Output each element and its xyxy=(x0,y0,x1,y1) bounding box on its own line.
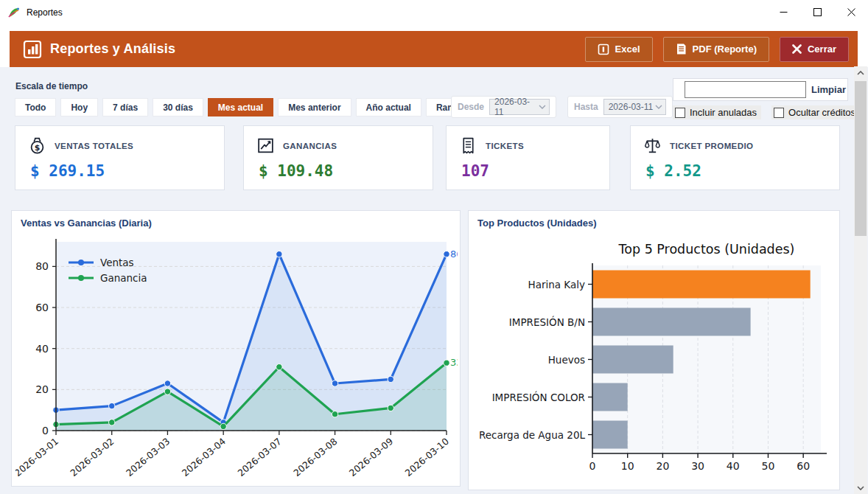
svg-text:2026-03-02: 2026-03-02 xyxy=(68,436,116,479)
filter-button-hoy[interactable]: Hoy xyxy=(60,98,98,116)
kpi-value: $ 2.52 xyxy=(631,156,839,180)
top-productos-card: Top Productos (Unidades) Top 5 Productos… xyxy=(468,210,840,490)
svg-text:Harina Kaly: Harina Kaly xyxy=(528,279,585,291)
bar-chart-icon xyxy=(23,40,42,59)
window-title: Reportes xyxy=(27,7,63,18)
excel-button[interactable]: Excel xyxy=(585,37,653,62)
ocultar-creditos-option[interactable]: Ocultar créditos xyxy=(771,105,860,119)
pdf-document-icon xyxy=(676,43,687,55)
page-header: Reportes y Análisis Excel PDF (Reporte) … xyxy=(10,31,858,67)
svg-text:2026-03-04: 2026-03-04 xyxy=(180,436,228,479)
svg-text:2026-03-03: 2026-03-03 xyxy=(124,436,172,479)
kpi-value: $ 109.48 xyxy=(244,156,433,180)
svg-text:40: 40 xyxy=(35,343,49,355)
svg-text:86: 86 xyxy=(450,248,458,260)
cerrar-button-label: Cerrar xyxy=(808,44,836,55)
kpi-label: TICKETS xyxy=(486,142,524,150)
top-productos-bar-chart: Top 5 Productos (Unidades)0102030405060H… xyxy=(475,236,835,487)
search-input[interactable] xyxy=(685,81,806,98)
ocultar-creditos-label: Ocultar créditos xyxy=(788,107,855,118)
profit-chart-icon xyxy=(256,136,276,156)
chevron-up-icon xyxy=(857,71,864,75)
ventas-ganancias-line-chart: 0204060802026-03-012026-03-022026-03-032… xyxy=(15,237,458,484)
close-window-button[interactable] xyxy=(834,0,868,24)
svg-text:2026-03-09: 2026-03-09 xyxy=(347,436,395,479)
hasta-date-value: 2026-03-11 xyxy=(609,102,654,112)
line-chart-card-title: Ventas vs Ganancias (Diaria) xyxy=(12,211,460,229)
kpi-card-ganancias: GANANCIAS $ 109.48 xyxy=(243,125,433,190)
scrollbar-down-button[interactable] xyxy=(854,481,867,494)
vertical-scrollbar[interactable] xyxy=(854,66,867,494)
scrollbar-thumb[interactable] xyxy=(855,81,867,236)
excel-icon xyxy=(598,44,609,55)
svg-text:IMPRESIÓN B/N: IMPRESIÓN B/N xyxy=(509,316,585,328)
app-logo-icon xyxy=(7,6,21,19)
svg-text:0: 0 xyxy=(589,460,596,472)
options-checkboxes: Incluir anuladas Ocultar créditos xyxy=(673,105,860,119)
kpi-card-ticket-promedio: TICKET PROMEDIO $ 2.52 xyxy=(630,125,840,190)
svg-text:2026-03-10: 2026-03-10 xyxy=(403,436,451,479)
svg-text:20: 20 xyxy=(35,383,49,395)
svg-text:60: 60 xyxy=(35,302,49,313)
svg-text:Huevos: Huevos xyxy=(548,354,585,366)
filter-button-mes-actual[interactable]: Mes actual xyxy=(208,98,273,116)
chevron-down-icon xyxy=(539,105,546,109)
svg-text:10: 10 xyxy=(621,460,634,472)
maximize-icon xyxy=(813,8,822,16)
scrollbar-up-button[interactable] xyxy=(854,66,867,79)
svg-text:40: 40 xyxy=(727,460,740,472)
minimize-button[interactable] xyxy=(766,0,800,24)
close-x-icon xyxy=(792,44,802,54)
svg-text:Ventas: Ventas xyxy=(100,257,134,268)
filter-button-30-dias[interactable]: 30 días xyxy=(153,98,203,116)
incluir-anuladas-checkbox[interactable] xyxy=(675,108,685,118)
kpi-card-tickets: TICKETS 107 xyxy=(446,125,610,190)
desde-date-group: Desde 2026-03-11 xyxy=(451,96,556,118)
window-controls xyxy=(766,0,868,24)
ocultar-creditos-checkbox[interactable] xyxy=(774,108,784,118)
filter-button-7-dias[interactable]: 7 días xyxy=(102,98,148,116)
filter-button-todo[interactable]: Todo xyxy=(15,98,56,116)
svg-text:Top 5 Productos (Unidades): Top 5 Productos (Unidades) xyxy=(618,242,795,257)
close-icon xyxy=(847,8,855,16)
chevron-down-icon xyxy=(857,486,864,490)
filter-button-mes-anterior[interactable]: Mes anterior xyxy=(278,98,351,116)
svg-text:IMPRESIÓN COLOR: IMPRESIÓN COLOR xyxy=(492,391,585,403)
ventas-vs-ganancias-card: Ventas vs Ganancias (Diaria) 02040608020… xyxy=(11,210,461,487)
minimize-icon xyxy=(780,8,788,16)
desde-date-select[interactable]: 2026-03-11 xyxy=(489,99,550,115)
money-bag-icon: $ xyxy=(27,136,47,156)
svg-text:30: 30 xyxy=(691,460,704,472)
incluir-anuladas-label: Incluir anuladas xyxy=(690,107,757,118)
balance-scale-icon xyxy=(643,136,662,156)
limpiar-button[interactable]: Limpiar xyxy=(811,84,846,95)
svg-text:2026-03-07: 2026-03-07 xyxy=(235,436,283,479)
cerrar-button[interactable]: Cerrar xyxy=(780,37,849,62)
chevron-down-icon xyxy=(655,105,662,109)
maximize-button[interactable] xyxy=(800,0,834,24)
pdf-button-label: PDF (Reporte) xyxy=(693,44,757,55)
search-panel: Limpiar xyxy=(673,78,848,101)
hasta-date-select[interactable]: 2026-03-11 xyxy=(603,99,666,115)
filter-button-ano-actual[interactable]: Año actual xyxy=(356,98,421,116)
hasta-date-group: Hasta 2026-03-11 xyxy=(567,96,673,118)
svg-text:$: $ xyxy=(35,143,41,153)
pdf-report-button[interactable]: PDF (Reporte) xyxy=(663,37,769,62)
timescale-section-label: Escala de tiempo xyxy=(15,81,88,91)
incluir-anuladas-option[interactable]: Incluir anuladas xyxy=(673,105,761,119)
desde-date-value: 2026-03-11 xyxy=(494,97,539,117)
svg-text:60: 60 xyxy=(797,460,810,472)
kpi-value: 107 xyxy=(447,156,609,180)
kpi-label: GANANCIAS xyxy=(283,142,337,150)
hasta-label: Hasta xyxy=(574,102,598,112)
page-title: Reportes y Análisis xyxy=(50,41,175,57)
svg-text:Recarga de Agua 20L: Recarga de Agua 20L xyxy=(479,429,585,441)
excel-button-label: Excel xyxy=(615,44,640,55)
kpi-card-ventas-totales: $ VENTAS TOTALES $ 269.15 xyxy=(15,125,225,190)
svg-text:2026-03-01: 2026-03-01 xyxy=(15,436,60,479)
svg-text:20: 20 xyxy=(656,460,669,472)
timescale-buttons: Todo Hoy 7 días 30 días Mes actual Mes a… xyxy=(15,98,474,116)
svg-text:80: 80 xyxy=(35,260,49,272)
desde-label: Desde xyxy=(458,102,484,112)
svg-text:33: 33 xyxy=(450,357,458,368)
